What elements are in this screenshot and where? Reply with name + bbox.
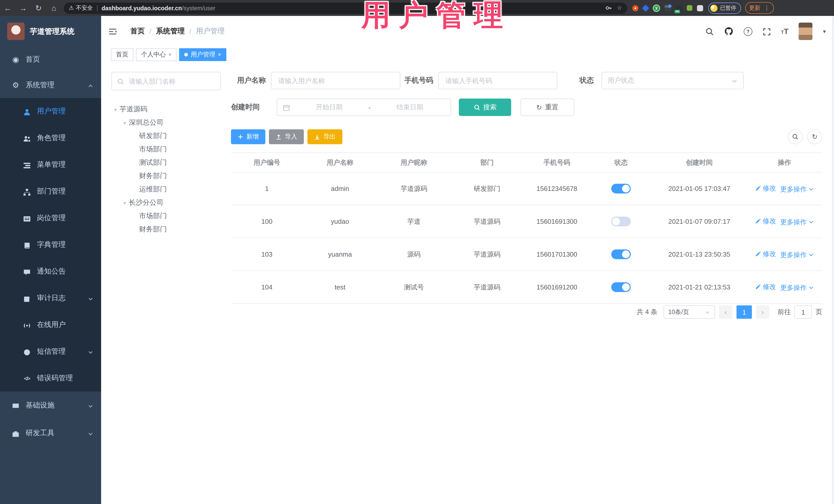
security-warning-label[interactable]: 不安全 xyxy=(76,4,93,12)
edit-link[interactable]: 修改 xyxy=(755,216,776,225)
bookmark-star-icon[interactable]: ☆ xyxy=(617,5,622,11)
start-date-placeholder[interactable]: 开始日期 xyxy=(294,103,365,112)
security-warning-icon: ⚠ xyxy=(69,5,74,11)
tree-node-root[interactable]: ▾芋道源码 xyxy=(111,103,221,116)
extension-ubuntu-icon[interactable] xyxy=(632,5,638,11)
sidebar-item-dev-tools[interactable]: 研发工具 xyxy=(0,419,101,447)
reset-button[interactable]: ↻ 重置 xyxy=(521,98,574,116)
tree-node[interactable]: 测试部门 xyxy=(111,156,221,169)
help-icon[interactable]: ? xyxy=(744,27,752,36)
more-actions-link[interactable]: 更多操作 xyxy=(780,283,814,292)
username-input[interactable] xyxy=(277,76,394,85)
sidebar-item-audit-log[interactable]: 审计日志 xyxy=(0,285,101,311)
sidebar-item-online-users[interactable]: 在线用户 xyxy=(0,311,101,338)
search-icon[interactable] xyxy=(705,27,714,36)
tree-node[interactable]: 运维部门 xyxy=(111,183,221,196)
sidebar-item-roles[interactable]: 角色管理 xyxy=(0,125,101,151)
sidebar-item-depts[interactable]: 部门管理 xyxy=(0,178,101,205)
font-size-icon[interactable]: TT xyxy=(781,27,789,36)
sidebar-item-system[interactable]: ⚙ 系统管理 xyxy=(0,72,101,98)
app-logo[interactable]: 芋道管理系统 xyxy=(0,16,101,47)
tree-node[interactable]: 市场部门 xyxy=(111,143,221,156)
goto-page-input[interactable] xyxy=(794,305,812,319)
sidebar-item-sms[interactable]: 短信管理 xyxy=(0,338,101,365)
browser-profile-chip[interactable]: 已暂停 xyxy=(708,2,741,14)
end-date-placeholder[interactable]: 结束日期 xyxy=(375,103,445,112)
caret-down-icon[interactable]: ▾ xyxy=(120,120,129,126)
cell-created: 2021-01-21 02:13:53 xyxy=(652,271,747,304)
browser-menu-icon[interactable]: ⋮ xyxy=(764,5,770,11)
tree-node[interactable]: 研发部门 xyxy=(111,129,221,143)
browser-reload-icon[interactable]: ↻ xyxy=(31,0,46,16)
refresh-table-button[interactable]: ↻ xyxy=(807,129,822,144)
sidebar-item-menus[interactable]: 菜单管理 xyxy=(0,151,101,178)
breadcrumb-system[interactable]: 系统管理 xyxy=(156,27,185,36)
status-select[interactable]: 用户状态 xyxy=(601,72,744,89)
export-button[interactable]: 导出 xyxy=(307,129,342,144)
sidebar-item-label: 角色管理 xyxy=(37,133,66,143)
avatar-caret-icon[interactable]: ▾ xyxy=(823,28,826,35)
caret-down-icon[interactable]: ▾ xyxy=(111,107,119,112)
tree-node[interactable]: 财务部门 xyxy=(111,169,221,183)
url-path: /system/user xyxy=(182,5,215,11)
sidebar-fold-icon[interactable] xyxy=(108,27,117,36)
github-icon[interactable] xyxy=(724,26,733,36)
sidebar-item-infrastructure[interactable]: 基础设施 xyxy=(0,392,101,419)
status-toggle[interactable] xyxy=(611,249,631,259)
current-page-button[interactable]: 1 xyxy=(737,305,752,319)
close-icon[interactable]: × xyxy=(168,51,172,58)
extension-grid-icon[interactable] xyxy=(665,5,671,11)
status-toggle[interactable] xyxy=(611,282,631,292)
page-scrollbar[interactable] xyxy=(832,16,834,504)
add-button[interactable]: 新增 xyxy=(231,129,265,144)
prev-page-button[interactable]: ‹ xyxy=(719,305,732,319)
caret-down-icon[interactable]: ▾ xyxy=(120,200,129,205)
date-range-picker[interactable]: 开始日期 - 结束日期 xyxy=(277,98,451,116)
browser-back-icon[interactable]: ← xyxy=(0,0,15,16)
status-toggle[interactable] xyxy=(611,217,631,226)
edit-link[interactable]: 修改 xyxy=(755,183,776,193)
sidebar-item-error-codes[interactable]: </> 错误码管理 xyxy=(0,365,101,392)
tree-node[interactable]: 市场部门 xyxy=(111,210,221,223)
extension-green-icon[interactable]: y xyxy=(653,4,660,12)
sidebar-item-home[interactable]: ◉ 首页 xyxy=(0,47,101,72)
search-button[interactable]: 搜索 xyxy=(459,98,511,116)
fullscreen-icon[interactable] xyxy=(763,27,771,36)
extensions-puzzle-icon[interactable] xyxy=(697,5,703,11)
sidebar-item-notice[interactable]: 通知公告 xyxy=(0,258,101,285)
dept-search-input[interactable] xyxy=(128,77,215,85)
more-actions-link[interactable]: 更多操作 xyxy=(780,250,814,259)
more-actions-link[interactable]: 更多操作 xyxy=(780,184,814,194)
sidebar-item-dict[interactable]: 字典管理 xyxy=(0,232,101,258)
address-bar[interactable]: ⚠ 不安全 dashboard.yudao.iocoder.cn /system… xyxy=(64,2,627,14)
browser-home-icon[interactable]: ⌂ xyxy=(46,0,62,16)
extension-on-icon[interactable]: on xyxy=(675,5,682,11)
status-toggle[interactable] xyxy=(611,184,631,194)
browser-update-button[interactable]: 更新 ⋮ xyxy=(745,2,774,14)
close-icon[interactable]: × xyxy=(218,51,221,58)
import-button[interactable]: 导入 xyxy=(269,129,304,144)
user-avatar[interactable] xyxy=(799,23,813,40)
dashboard-icon: ◉ xyxy=(11,55,20,64)
tree-node[interactable]: ▾深圳总公司 xyxy=(111,116,221,129)
tree-node[interactable]: 财务部门 xyxy=(111,223,221,236)
mobile-input[interactable] xyxy=(444,76,551,85)
page-size-select[interactable]: 10条/页 xyxy=(664,305,715,319)
browser-forward-icon[interactable]: → xyxy=(15,0,31,16)
more-actions-link[interactable]: 更多操作 xyxy=(780,217,814,226)
sidebar-item-posts[interactable]: 岗位管理 xyxy=(0,205,101,232)
next-page-button[interactable]: › xyxy=(756,305,769,319)
tree-node[interactable]: ▾长沙分公司 xyxy=(111,196,221,210)
edit-link[interactable]: 修改 xyxy=(755,249,776,258)
edit-link[interactable]: 修改 xyxy=(755,282,776,291)
sidebar-item-users[interactable]: 用户管理 xyxy=(0,98,101,125)
password-key-icon[interactable] xyxy=(605,4,612,11)
extension-key-icon[interactable] xyxy=(687,5,692,11)
cell-dept: 研发部门 xyxy=(451,172,524,205)
extension-gem-icon[interactable] xyxy=(642,4,649,12)
tab-profile[interactable]: 个人中心 × xyxy=(136,48,177,61)
tab-user-management[interactable]: 用户管理 × xyxy=(179,48,226,61)
toggle-search-button[interactable] xyxy=(788,129,803,144)
breadcrumb-home[interactable]: 首页 xyxy=(130,27,145,36)
tab-home[interactable]: 首页 xyxy=(111,48,133,61)
